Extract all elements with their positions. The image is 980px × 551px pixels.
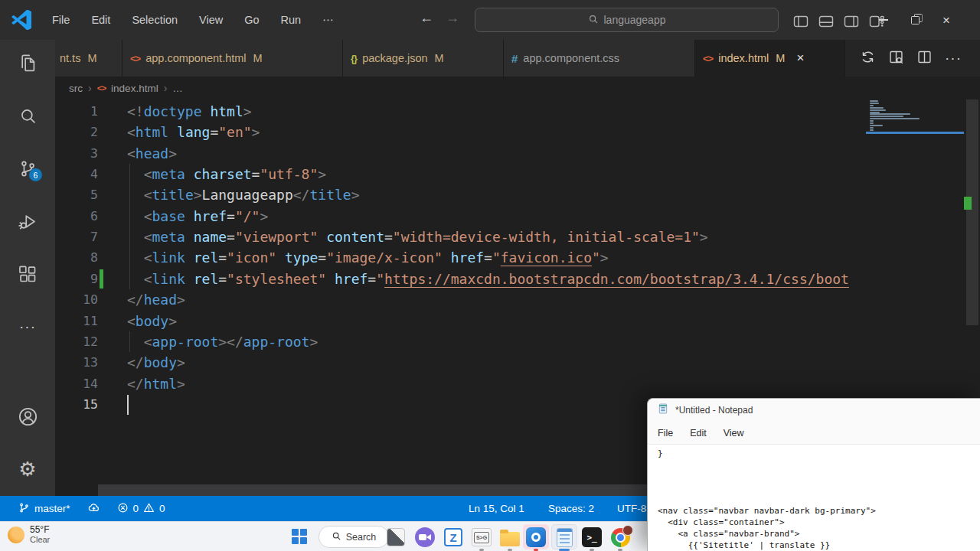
toggle-secondary-sidebar-icon[interactable] [844, 14, 859, 32]
sidebar-item-accounts[interactable] [15, 403, 41, 429]
minimap-line [870, 100, 878, 102]
code-line[interactable]: 9 <link rel="stylesheet" href="https://m… [55, 269, 866, 289]
code-line[interactable]: 13</body> [55, 352, 866, 373]
command-center-search[interactable]: languageapp [475, 8, 779, 32]
notepad-titlebar[interactable]: *Untitled - Notepad [648, 399, 980, 422]
tab-label: app.component.css [523, 52, 619, 64]
tab-label: nt.ts [60, 52, 80, 64]
terminal-icon[interactable]: >_ [580, 526, 603, 549]
code-line[interactable]: 10</head> [55, 289, 866, 310]
line-number: 7 [55, 227, 98, 247]
notepad-icon[interactable] [553, 526, 576, 549]
notepad-text-line: } [658, 448, 663, 459]
breadcrumb-item[interactable]: src [69, 83, 83, 94]
code-line[interactable]: 14</html> [55, 373, 866, 394]
errors-count[interactable]: 0 [117, 502, 139, 516]
publish-changes[interactable] [87, 501, 100, 517]
code-line[interactable]: 6 <base href="/"> [55, 206, 866, 227]
line-number: 1 [55, 101, 98, 122]
chevron-right-icon: › [88, 82, 92, 94]
video-chat-icon[interactable] [413, 526, 436, 549]
code-text: </body> [127, 352, 185, 373]
code-line[interactable]: 7 <meta name="viewport" content="width=d… [55, 227, 866, 247]
minimap-line [870, 118, 920, 119]
notepad-window[interactable]: *Untitled - Notepad FileEditView }<nav c… [647, 398, 980, 551]
text-cursor [127, 395, 129, 415]
menu-go[interactable]: Go [235, 10, 268, 30]
vscode-titlebar: FileEditSelectionViewGoRun⋯ ← → language… [0, 0, 980, 40]
code-line[interactable]: 8 <link rel="icon" type="image/x-icon" h… [55, 247, 866, 268]
code-text: <meta charset="utf-8"> [127, 164, 326, 184]
screentogif-icon[interactable]: S>G [470, 526, 493, 549]
file-explorer-icon[interactable] [498, 526, 521, 549]
minimap-line [870, 125, 883, 126]
notepad-menu-file[interactable]: File [658, 428, 673, 439]
close-icon[interactable]: × [942, 14, 950, 27]
minimize-icon[interactable] [879, 19, 888, 20]
cloud-upload-icon [87, 501, 100, 517]
line-number: 11 [55, 311, 98, 331]
problems-indicator[interactable]: 00 [117, 502, 165, 516]
git-modified-badge: M [435, 52, 444, 64]
code-text: <!doctype html> [127, 101, 252, 122]
toggle-sidebar-icon[interactable] [793, 14, 808, 32]
split-editor-icon[interactable] [916, 49, 933, 68]
menu-selection[interactable]: Selection [122, 10, 187, 30]
menu-more[interactable]: ⋯ [313, 10, 343, 30]
vertical-scrollbar[interactable] [966, 99, 978, 325]
z-app-icon[interactable]: Z [442, 526, 465, 549]
overview-ruler-change-mark [964, 197, 972, 210]
code-line[interactable]: 5 <title>Languageapp</title> [55, 184, 866, 205]
tab-label: package.json [362, 52, 427, 64]
indentation[interactable]: Spaces: 2 [548, 496, 594, 521]
open-changes-icon[interactable] [888, 49, 904, 68]
sidebar-item-settings[interactable]: ⚙ [15, 456, 41, 482]
command-center-text: languageapp [604, 14, 666, 26]
start-button[interactable] [292, 529, 307, 544]
app-window-icon[interactable] [384, 526, 407, 549]
code-line[interactable]: 4 <meta charset="utf-8"> [55, 164, 866, 184]
tab-package-json[interactable]: {}package.jsonM [343, 40, 504, 77]
menu-edit[interactable]: Edit [82, 10, 119, 30]
code-line[interactable]: 1<!doctype html> [55, 101, 866, 122]
toggle-panel-icon[interactable] [818, 14, 834, 32]
code-line[interactable]: 12 <app-root></app-root> [55, 331, 866, 352]
breadcrumb-item[interactable]: … [172, 83, 183, 94]
close-tab-icon[interactable]: × [796, 51, 804, 66]
menu-run[interactable]: Run [272, 10, 311, 30]
tab-app-component-html[interactable]: <>app.component.htmlM [122, 40, 343, 77]
notepad-text-line: <nav class="navbar navbar-dark bg-primar… [658, 505, 876, 517]
taskbar-search[interactable]: Search [318, 526, 389, 548]
weather-widget[interactable]: 55°F Clear [8, 524, 50, 545]
code-line[interactable]: 2<html lang="en"> [55, 122, 866, 142]
nav-back-icon[interactable]: ← [420, 10, 433, 26]
code-line[interactable]: 11<body> [55, 311, 866, 331]
editor-actions: ··· [854, 40, 962, 77]
cursor-position[interactable]: Ln 15, Col 1 [469, 496, 524, 521]
notepad-menu-view[interactable]: View [724, 428, 744, 439]
screen-recorder-icon[interactable] [524, 526, 547, 549]
branch-indicator[interactable]: master* [18, 502, 70, 516]
menu-view[interactable]: View [190, 10, 232, 30]
line-number: 2 [55, 122, 98, 142]
warning-icon [143, 502, 155, 516]
tab-label: index.html [718, 52, 769, 64]
notepad-menu-edit[interactable]: Edit [690, 428, 707, 439]
restore-icon[interactable] [911, 16, 920, 24]
chrome-icon[interactable] [609, 526, 632, 549]
warnings-count[interactable]: 0 [143, 502, 165, 516]
notepad-text-area[interactable]: }<nav class="navbar navbar-dark bg-prima… [648, 445, 980, 551]
search-icon [332, 531, 341, 543]
profile-avatar [622, 525, 633, 536]
menu-file[interactable]: File [43, 10, 79, 30]
tab-nt-ts[interactable]: nt.tsM [55, 40, 122, 77]
encoding[interactable]: UTF-8 [617, 496, 646, 521]
breadcrumb-item[interactable]: index.html [111, 83, 158, 94]
tab-app-component-css[interactable]: #app.component.css [504, 40, 695, 77]
more-actions-icon[interactable]: ··· [945, 50, 962, 67]
sync-changes-icon[interactable] [860, 49, 876, 68]
code-line[interactable]: 3<head> [55, 143, 866, 164]
code-text: <body> [127, 311, 177, 331]
tab-index-html[interactable]: <>index.htmlM× [695, 40, 845, 77]
code-text: </html> [127, 373, 185, 394]
